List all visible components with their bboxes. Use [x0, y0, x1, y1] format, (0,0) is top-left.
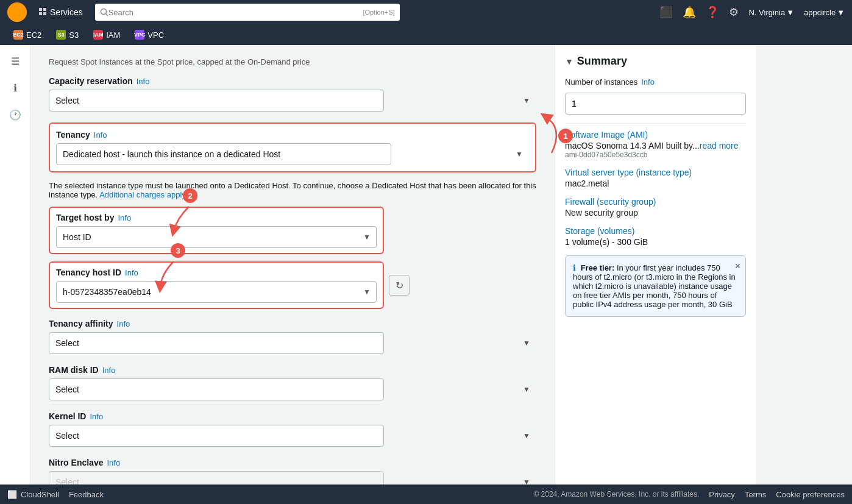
kernel-id-select[interactable]: Select	[49, 425, 384, 447]
storage-label[interactable]: Storage (volumes)	[565, 226, 746, 236]
annotation-3: 3	[171, 243, 185, 258]
capacity-reservation-select-wrapper: Select ▼	[49, 90, 536, 112]
ami-item: Software Image (AMI) macOS Sonoma 14.3 A…	[565, 130, 746, 159]
ram-disk-id-select[interactable]: Select	[49, 378, 384, 400]
instance-type-item: Virtual server type (instance type) mac2…	[565, 168, 746, 188]
ec2-icon: EC2	[13, 30, 23, 40]
summary-toggle[interactable]: ▼	[565, 57, 573, 66]
sidebar-item-vpc[interactable]: VPC VPC	[129, 27, 170, 43]
s3-icon: S3	[56, 30, 66, 40]
settings-icon[interactable]: ⚙	[729, 5, 739, 19]
cloudshell-button[interactable]: ⬜ CloudShell	[7, 490, 59, 499]
vpc-label: VPC	[147, 30, 164, 40]
sidebar-item-ec2[interactable]: EC2 EC2	[7, 27, 48, 43]
annotation-2: 2	[183, 188, 197, 203]
tenancy-select-wrapper: Dedicated host - launch this instance on…	[56, 143, 529, 165]
help-icon[interactable]: ❓	[706, 5, 719, 19]
tenancy-affinity-group: Tenancy affinity Info Select ▼	[49, 319, 536, 354]
refresh-button[interactable]: ↻	[389, 275, 410, 296]
tenancy-group: Tenancy Info Dedicated host - launch thi…	[49, 122, 536, 172]
tenancy-host-id-info[interactable]: Info	[125, 268, 138, 277]
account-menu[interactable]: appcircle ▼	[804, 8, 845, 17]
info-sidebar-icon[interactable]: ℹ	[4, 77, 26, 99]
service-tabs-bar: EC2 EC2 S3 S3 IAM IAM VPC VPC	[0, 24, 852, 45]
tenancy-host-id-group: Tenancy host ID Info h-0572348357ea0eb14…	[49, 261, 384, 309]
services-label: Services	[50, 7, 83, 17]
ami-value: macOS Sonoma 14.3 AMI built by...read mo…	[565, 141, 746, 151]
capacity-reservation-info[interactable]: Info	[137, 77, 150, 86]
cloudshell-icon: ⬜	[7, 490, 17, 499]
target-host-select-wrapper: Host ID ▼	[56, 226, 377, 248]
svg-point-5	[101, 9, 106, 15]
form-panel: Request Spot Instances at the Spot price…	[30, 45, 555, 504]
tenancy-select[interactable]: Dedicated host - launch this instance on…	[56, 143, 391, 165]
svg-rect-1	[39, 8, 42, 11]
tenancy-affinity-label: Tenancy affinity Info	[49, 319, 536, 328]
region-selector[interactable]: N. Virginia ▼	[748, 8, 794, 17]
terms-link[interactable]: Terms	[745, 490, 766, 499]
sidebar-item-iam[interactable]: IAM IAM	[87, 27, 126, 43]
summary-title: Summary	[577, 55, 627, 68]
firewall-item: Firewall (security group) New security g…	[565, 197, 746, 218]
s3-label: S3	[69, 30, 79, 40]
firewall-value: New security group	[565, 208, 746, 218]
ami-label[interactable]: Software Image (AMI)	[565, 130, 746, 140]
ami-read-more-link[interactable]: read more	[700, 141, 739, 151]
additional-charges-link[interactable]: Additional charges apply	[99, 190, 186, 199]
free-tier-box: × ℹ Free tier: In your first year includ…	[565, 255, 746, 317]
storage-value: 1 volume(s) - 300 GiB	[565, 237, 746, 247]
vpc-icon: VPC	[135, 30, 144, 40]
num-instances-label: Number of instances	[565, 77, 637, 87]
cloudshell-label: CloudShell	[21, 490, 59, 499]
scroll-hint: Request Spot Instances at the Spot price…	[49, 57, 536, 66]
nitro-enclave-label: Nitro Enclave Info	[49, 458, 536, 467]
tenancy-affinity-arrow: ▼	[523, 339, 530, 347]
copyright-text: © 2024, Amazon Web Services, Inc. or its…	[533, 490, 699, 499]
target-host-select[interactable]: Host ID	[56, 226, 377, 248]
tenancy-affinity-select[interactable]: Select	[49, 332, 384, 354]
instance-type-label[interactable]: Virtual server type (instance type)	[565, 168, 746, 177]
history-sidebar-icon[interactable]: 🕐	[4, 104, 26, 126]
ram-disk-id-info[interactable]: Info	[102, 366, 116, 375]
search-bar[interactable]: [Option+S]	[95, 4, 400, 21]
tenancy-host-id-select[interactable]: h-0572348357ea0eb14	[56, 281, 377, 303]
feedback-link[interactable]: Feedback	[69, 490, 104, 499]
target-host-info[interactable]: Info	[118, 213, 131, 222]
svg-rect-2	[43, 8, 46, 11]
ami-sub: ami-0dd07a50e5e3d3ccb	[565, 151, 746, 159]
ram-disk-id-group: RAM disk ID Info Select ▼	[49, 365, 536, 400]
services-menu-button[interactable]: Services	[34, 5, 88, 20]
nitro-enclave-info[interactable]: Info	[107, 458, 120, 467]
menu-toggle[interactable]: ☰	[4, 50, 26, 72]
cookie-link[interactable]: Cookie preferences	[776, 490, 845, 499]
capacity-reservation-arrow: ▼	[523, 96, 530, 105]
svg-line-6	[105, 14, 108, 16]
firewall-label[interactable]: Firewall (security group)	[565, 197, 746, 207]
search-input[interactable]	[108, 8, 361, 17]
svg-text:aws: aws	[10, 9, 24, 18]
capacity-reservation-select[interactable]: Select	[49, 90, 384, 112]
refresh-icon: ↻	[396, 280, 403, 291]
instance-type-value: mac2.metal	[565, 179, 746, 188]
privacy-link[interactable]: Privacy	[709, 490, 735, 499]
left-sidebar: ☰ ℹ 🕐	[0, 45, 30, 504]
kernel-id-group: Kernel ID Info Select ▼	[49, 411, 536, 447]
terminal-icon[interactable]: ⬛	[659, 5, 673, 19]
bell-icon[interactable]: 🔔	[683, 5, 696, 19]
num-instances-info[interactable]: Info	[641, 77, 655, 87]
num-instances-input[interactable]	[565, 93, 746, 115]
iam-label: IAM	[106, 30, 120, 40]
free-tier-close-button[interactable]: ×	[735, 261, 740, 272]
storage-item: Storage (volumes) 1 volume(s) - 300 GiB	[565, 226, 746, 247]
content-area: Request Spot Instances at the Spot price…	[30, 45, 852, 504]
kernel-id-info[interactable]: Info	[90, 412, 103, 421]
summary-divider-1	[565, 123, 746, 124]
tenancy-affinity-info[interactable]: Info	[117, 319, 130, 328]
tenancy-info[interactable]: Info	[94, 130, 107, 140]
annotation-1: 1	[558, 129, 573, 143]
aws-logo[interactable]: aws	[7, 2, 27, 22]
tenancy-arrow: ▼	[516, 150, 523, 158]
summary-header: ▼ Summary	[565, 55, 746, 68]
svg-rect-3	[39, 12, 42, 15]
sidebar-item-s3[interactable]: S3 S3	[50, 27, 85, 43]
